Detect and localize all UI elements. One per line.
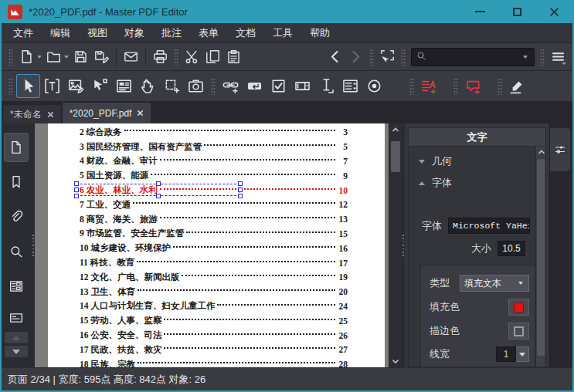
menu-item[interactable]: 文档 (227, 24, 264, 42)
toc-row[interactable]: 9 市场监管、安全生产监管15 (80, 227, 348, 242)
selection-handle[interactable] (156, 181, 161, 186)
tab-untitled[interactable]: *未命名 (3, 105, 61, 123)
toc-row[interactable]: 5 国土资源、能源9 (80, 168, 348, 183)
paste-button[interactable] (223, 46, 244, 67)
font-size-field[interactable]: 10.5 (498, 241, 525, 256)
listbox-field-tool-button[interactable] (338, 74, 362, 98)
font-name-field[interactable]: Microsoft YaHei (448, 218, 530, 234)
menu-item[interactable]: 帮助 (301, 24, 338, 42)
sidebar-scroll-up-button[interactable] (5, 332, 28, 343)
toolbar-grip[interactable] (498, 78, 502, 95)
panel-splitter[interactable] (401, 123, 405, 367)
toolbar-grip[interactable] (401, 49, 406, 66)
toolbar-grip[interactable] (369, 49, 374, 66)
forward-view-button[interactable] (345, 46, 366, 67)
panel-scrollbar-thumb[interactable] (537, 159, 545, 356)
toc-row[interactable]: 8 商贸、海关、旅游13 (80, 212, 348, 227)
select-area-tool-button[interactable] (160, 74, 184, 98)
panel-scrollbar[interactable] (535, 147, 545, 367)
tab-close-icon[interactable] (137, 110, 144, 117)
main-menu-button[interactable] (548, 46, 569, 67)
line-width-spinner[interactable] (516, 346, 529, 362)
menu-item[interactable]: 工具 (264, 24, 301, 42)
selection-handle[interactable] (74, 181, 79, 186)
form-fields-panel-button[interactable] (4, 272, 29, 301)
search-panel-button[interactable] (4, 237, 29, 266)
email-button[interactable] (121, 46, 141, 67)
toc-row[interactable]: 17 民政、扶贫、救灾27 (80, 343, 348, 357)
toc-row[interactable]: 3 国民经济管理、国有资产监管5 (80, 140, 348, 154)
toc-row[interactable]: 15 劳动、人事、监察25 (80, 313, 348, 328)
back-view-button[interactable] (324, 46, 345, 67)
toolbar-grip[interactable] (174, 49, 178, 66)
select-tool-button[interactable] (16, 74, 40, 98)
text-field-tool-button[interactable] (314, 74, 338, 98)
copy-button[interactable] (202, 46, 223, 67)
save-as-button[interactable] (91, 46, 112, 67)
edit-text-tool-button[interactable] (40, 74, 64, 98)
scrollbar-thumb[interactable] (391, 141, 400, 172)
edit-form-tool-button[interactable] (112, 74, 136, 98)
save-button[interactable] (70, 46, 91, 67)
menu-item[interactable]: 批注 (153, 24, 190, 42)
open-file-button[interactable] (43, 46, 64, 67)
radio-field-tool-button[interactable] (362, 74, 386, 98)
toolbar-grip[interactable] (8, 49, 13, 66)
hand-tool-button[interactable] (136, 74, 160, 98)
type-select[interactable]: 填充文本 (460, 275, 529, 292)
pages-panel-button[interactable] (4, 133, 29, 162)
attachments-panel-button[interactable] (4, 202, 29, 231)
toc-row[interactable]: 7 工业、交通12 (80, 198, 348, 212)
add-text-annotation-tool-button[interactable] (417, 74, 441, 98)
fit-selection-button[interactable] (377, 46, 398, 67)
panel-scroll-up-button[interactable] (536, 147, 546, 157)
button-field-tool-button[interactable] (243, 74, 267, 98)
selection-handle[interactable] (74, 188, 79, 192)
toc-row[interactable]: 11 科技、教育17 (80, 255, 348, 270)
scroll-up-button[interactable] (389, 123, 402, 136)
tab-close-icon[interactable] (47, 111, 54, 118)
minimize-button[interactable] (461, 0, 498, 23)
highlight-tool-button[interactable] (505, 74, 529, 98)
menu-item[interactable]: 表单 (190, 24, 227, 42)
toolbar-grip[interactable] (409, 78, 414, 95)
snapshot-tool-button[interactable] (184, 74, 208, 98)
toc-row[interactable]: 18 民族、宗教28 (80, 357, 348, 367)
toc-row[interactable]: 16 公安、安全、司法26 (80, 328, 348, 343)
selection-handle[interactable] (238, 194, 243, 198)
search-dropdown[interactable] (523, 56, 528, 59)
section-geometry[interactable]: 几何 (409, 153, 545, 170)
line-width-field[interactable]: 1 (496, 346, 516, 362)
new-document-button[interactable] (16, 46, 37, 67)
signatures-panel-button[interactable] (4, 306, 29, 329)
selection-handle[interactable] (238, 188, 243, 192)
open-file-dropdown[interactable] (64, 56, 69, 59)
properties-tab[interactable] (550, 128, 570, 171)
toolbar-grip[interactable] (540, 49, 545, 66)
edit-path-tool-button[interactable] (88, 74, 112, 98)
scrollbar-track[interactable] (389, 136, 401, 355)
toc-row[interactable]: 13 卫生、体育20 (80, 285, 348, 299)
sidebar-scroll-down-button[interactable] (5, 346, 28, 357)
toolbar-grip[interactable] (211, 78, 216, 95)
link-tool-button[interactable] (219, 74, 243, 98)
pdf-page[interactable]: 2 综合政务33 国民经济管理、国有资产监管54 财政、金融、审计75 国土资源… (48, 123, 385, 367)
close-button[interactable] (535, 0, 572, 23)
cut-button[interactable] (182, 46, 202, 67)
maximize-button[interactable] (498, 0, 535, 23)
combobox-field-tool-button[interactable] (290, 74, 314, 98)
toc-row[interactable]: 2 综合政务3 (80, 125, 348, 140)
search-input[interactable] (426, 52, 523, 63)
menu-item[interactable]: 对象 (116, 24, 153, 42)
edit-image-tool-button[interactable] (64, 74, 88, 98)
scroll-down-button[interactable] (389, 355, 402, 367)
document-view[interactable]: 2 综合政务33 国民经济管理、国有资产监管54 财政、金融、审计75 国土资源… (35, 123, 389, 367)
toc-row[interactable]: 10 城乡建设、环境保护16 (80, 241, 348, 255)
toolbar-grip[interactable] (453, 78, 458, 95)
print-button[interactable] (150, 46, 171, 67)
bookmarks-panel-button[interactable] (4, 167, 29, 197)
stroke-color-button[interactable] (508, 323, 529, 340)
selection-handle[interactable] (156, 194, 161, 198)
menu-item[interactable]: 视图 (79, 24, 116, 42)
selection-handle[interactable] (238, 181, 243, 186)
